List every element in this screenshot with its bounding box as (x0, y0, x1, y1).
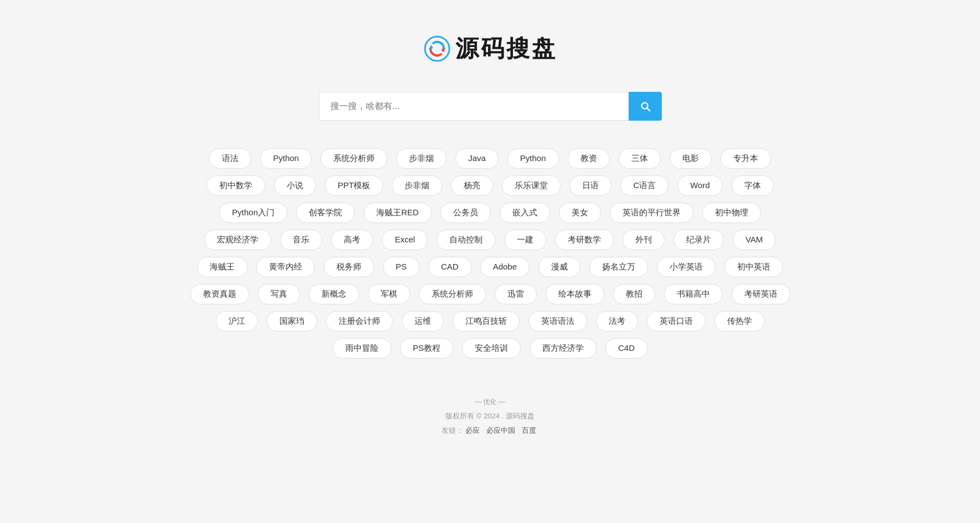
tag-item[interactable]: 高考 (331, 230, 373, 250)
tag-item[interactable]: Adobe (480, 257, 530, 277)
tag-item[interactable]: 教招 (613, 284, 655, 304)
tag-item[interactable]: Word (677, 175, 723, 196)
search-icon (639, 100, 651, 112)
tag-item[interactable]: 黄帝内经 (256, 257, 315, 277)
tag-item[interactable]: 杨亮 (451, 175, 493, 196)
tag-item[interactable]: 专升本 (720, 148, 771, 169)
tag-item[interactable]: C语言 (620, 175, 668, 196)
tag-item[interactable]: 雨中冒险 (333, 338, 391, 359)
svg-marker-2 (441, 48, 445, 53)
tag-item[interactable]: 国家珰 (267, 311, 317, 332)
tag-item[interactable]: 安全培训 (462, 338, 521, 359)
tag-item[interactable]: PS教程 (400, 338, 453, 359)
tag-item[interactable]: 嵌入式 (500, 203, 550, 223)
tag-item[interactable]: 漫威 (538, 257, 580, 277)
tag-item[interactable]: VAM (733, 230, 775, 250)
header: 源码搜盘 (423, 33, 557, 64)
footer-copyright: 版权所有 © 2024 . 源码搜盘 (445, 411, 535, 421)
site-title: 源码搜盘 (455, 33, 557, 64)
tag-item[interactable]: Python入门 (219, 203, 287, 223)
tag-item[interactable]: 税务师 (324, 257, 374, 277)
tag-item[interactable]: 运维 (402, 311, 444, 332)
tag-item[interactable]: 小学英语 (657, 257, 715, 277)
tag-item[interactable]: 传热学 (714, 311, 765, 332)
tag-item[interactable]: Excel (382, 230, 428, 250)
tag-item[interactable]: 书籍高中 (664, 284, 723, 304)
footer: — 优化 — 版权所有 © 2024 . 源码搜盘 友链：必应 必应中国 百度 (442, 397, 538, 436)
tag-item[interactable]: 创客学院 (296, 203, 355, 223)
tag-item[interactable]: 步非烟 (392, 175, 442, 196)
tag-item[interactable]: 系统分析师 (320, 148, 387, 169)
tag-item[interactable]: 美女 (559, 203, 601, 223)
footer-link[interactable]: 必应中国 (486, 426, 515, 434)
tag-item[interactable]: 法考 (596, 311, 638, 332)
tag-item[interactable]: CAD (428, 257, 471, 277)
search-button[interactable] (629, 92, 662, 121)
tag-item[interactable]: 考研英语 (732, 284, 790, 304)
tag-item[interactable]: 迅雷 (495, 284, 537, 304)
svg-marker-1 (429, 45, 433, 49)
logo-icon (423, 35, 451, 63)
tag-item[interactable]: 字体 (732, 175, 774, 196)
tag-item[interactable]: 沪江 (216, 311, 258, 332)
tag-item[interactable]: 小说 (274, 175, 316, 196)
tag-item[interactable]: 写真 (258, 284, 300, 304)
tag-item[interactable]: 教资 (568, 148, 610, 169)
tag-item[interactable]: 语法 (209, 148, 251, 169)
tag-item[interactable]: 系统分析师 (419, 284, 486, 304)
tag-item[interactable]: 英语语法 (528, 311, 587, 332)
tag-item[interactable]: Java (455, 148, 499, 169)
tag-item[interactable]: 初中英语 (724, 257, 783, 277)
tag-item[interactable]: Python (507, 148, 559, 169)
tag-item[interactable]: 江鸣百技斩 (453, 311, 520, 332)
tag-item[interactable]: 日语 (569, 175, 611, 196)
tags-container: 语法Python系统分析师步非烟JavaPython教资三体电影专升本初中数学小… (186, 148, 795, 359)
tag-item[interactable]: 外刊 (623, 230, 665, 250)
tag-item[interactable]: 初中数学 (206, 175, 265, 196)
tag-item[interactable]: 电影 (670, 148, 712, 169)
footer-link[interactable]: 必应 (465, 426, 480, 434)
tag-item[interactable]: 初中物理 (702, 203, 761, 223)
tag-item[interactable]: 公务员 (440, 203, 491, 223)
footer-logo: — 优化 — (475, 397, 505, 407)
tag-item[interactable]: 宏观经济学 (204, 230, 271, 250)
tag-item[interactable]: C4D (605, 338, 647, 359)
footer-link[interactable]: 百度 (522, 426, 536, 434)
search-bar (319, 92, 662, 121)
tag-item[interactable]: 英语的平行世界 (610, 203, 693, 223)
tag-item[interactable]: PPT模板 (325, 175, 383, 196)
search-input[interactable] (319, 92, 629, 121)
tag-item[interactable]: 自动控制 (437, 230, 495, 250)
tag-item[interactable]: 教资真题 (190, 284, 249, 304)
tag-item[interactable]: 军棋 (368, 284, 410, 304)
tag-item[interactable]: 一建 (504, 230, 546, 250)
tag-item[interactable]: 海贼王 (197, 257, 247, 277)
tag-item[interactable]: 纪录片 (673, 230, 724, 250)
tag-item[interactable]: 音乐 (280, 230, 322, 250)
svg-point-0 (425, 37, 449, 61)
tag-item[interactable]: 注册会计师 (326, 311, 393, 332)
footer-links: 友链：必应 必应中国 百度 (442, 426, 538, 436)
tag-item[interactable]: 扬名立万 (589, 257, 648, 277)
tag-item[interactable]: 步非烟 (396, 148, 447, 169)
tag-item[interactable]: 英语口语 (647, 311, 706, 332)
tag-item[interactable]: PS (383, 257, 419, 277)
tag-item[interactable]: 考研数学 (555, 230, 614, 250)
tag-item[interactable]: 三体 (619, 148, 661, 169)
tag-item[interactable]: 乐乐课堂 (502, 175, 561, 196)
tag-item[interactable]: Python (260, 148, 312, 169)
tag-item[interactable]: 海贼王RED (364, 203, 432, 223)
tag-item[interactable]: 西方经济学 (530, 338, 597, 359)
app: 源码搜盘 语法Python系统分析师步非烟JavaPython教资三体电影专升本… (0, 0, 980, 523)
tag-item[interactable]: 绘本故事 (546, 284, 604, 304)
tag-item[interactable]: 新概念 (309, 284, 359, 304)
